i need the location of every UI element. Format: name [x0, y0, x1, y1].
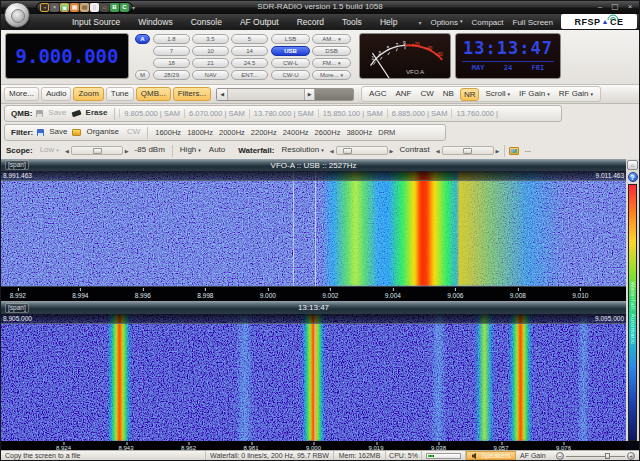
- memory-button[interactable]: M: [135, 70, 150, 80]
- toolbar-button[interactable]: Filters...: [173, 87, 211, 101]
- scope-high-dropdown[interactable]: High: [177, 144, 204, 157]
- band-button[interactable]: 18: [153, 58, 190, 68]
- slider-right-icon[interactable]: ▶: [495, 148, 501, 154]
- filter-width-button[interactable]: 2400Hz: [280, 128, 312, 137]
- screenshot-more-button[interactable]: ...: [521, 144, 534, 157]
- waterfall-resolution-dropdown[interactable]: Resolution: [278, 144, 326, 157]
- mode-button[interactable]: CW-L: [271, 58, 310, 68]
- band-button[interactable]: 14: [231, 46, 268, 56]
- qmb-save-button[interactable]: Save: [45, 107, 69, 120]
- slider-right-icon[interactable]: ▶: [389, 148, 395, 154]
- dsp-button[interactable]: NR: [460, 88, 480, 101]
- help-icon[interactable]: ?: [628, 172, 638, 182]
- waterfall-contrast-slider[interactable]: ◀ ▶: [435, 146, 501, 155]
- slider-left-icon[interactable]: ◀: [64, 148, 70, 154]
- band-button[interactable]: ENT...: [231, 70, 268, 80]
- customize-chevron-icon[interactable]: ▾: [418, 19, 421, 26]
- slider-thumb[interactable]: [463, 148, 472, 154]
- band-button[interactable]: 7: [153, 46, 190, 56]
- qmb-memory-button[interactable]: 13.760.000 |: [451, 109, 502, 118]
- compact-button[interactable]: Compact: [472, 18, 504, 27]
- band-button[interactable]: 21: [192, 58, 229, 68]
- frequency-display[interactable]: 9.000.000: [5, 33, 129, 79]
- af-gain-track[interactable]: [566, 452, 625, 460]
- af-gain-slider[interactable]: − +: [552, 451, 639, 460]
- tools-icon[interactable]: ×: [50, 3, 59, 12]
- screenshot-icon[interactable]: [509, 147, 519, 155]
- filter-organise-button[interactable]: Organise: [83, 126, 121, 139]
- menu-item[interactable]: Windows: [129, 17, 181, 27]
- maximize-button[interactable]: ▢: [610, 1, 620, 13]
- receiver-b-icon[interactable]: B: [110, 3, 119, 12]
- af-gain-plus-button[interactable]: +: [627, 452, 635, 460]
- toolbar-button[interactable]: QMB...: [136, 87, 171, 101]
- menu-item[interactable]: Tools: [333, 17, 371, 27]
- dsp-button[interactable]: RF Gain: [556, 88, 596, 101]
- filter-width-button[interactable]: 2200Hz: [248, 128, 280, 137]
- band-button[interactable]: 28/29: [153, 70, 190, 80]
- application-menu-orb[interactable]: [4, 2, 30, 28]
- toolbar-button[interactable]: Audio: [41, 87, 71, 101]
- slider-left-icon[interactable]: ◀: [435, 148, 441, 154]
- qmb-erase-button[interactable]: Erase: [83, 107, 111, 120]
- dsp-button[interactable]: IF Gain: [516, 88, 553, 101]
- scrollbar-track[interactable]: [228, 89, 304, 100]
- band-button[interactable]: 5: [231, 34, 268, 44]
- qmb-memory-button[interactable]: 6.885.000 | SAM: [387, 109, 452, 118]
- mode-button[interactable]: CW-U: [271, 70, 310, 80]
- slider-thumb[interactable]: [93, 148, 102, 154]
- full-screen-button[interactable]: Full Screen: [513, 18, 553, 27]
- scrollbar-thumb[interactable]: [315, 89, 353, 100]
- zoomed-frequency-scale[interactable]: 8.9928.9948.9968.9989.0009.0029.0049.006…: [1, 286, 626, 301]
- slider-left-icon[interactable]: ◀: [329, 148, 335, 154]
- span-header-2[interactable]: [span] 13:13:47: [1, 301, 626, 314]
- toolbar-button[interactable]: Tune: [106, 87, 134, 101]
- mode-button[interactable]: USB: [271, 46, 310, 56]
- scroll-right-icon[interactable]: ▶: [304, 89, 315, 100]
- tuning-scrollbar[interactable]: ◀ ▶: [216, 88, 354, 101]
- full-span-waterfall[interactable]: 8.905.000 9.095.000: [1, 314, 626, 441]
- filter-width-button[interactable]: 1800Hz: [184, 128, 216, 137]
- menu-item[interactable]: Console: [182, 17, 231, 27]
- menu-item[interactable]: AF Output: [231, 17, 288, 27]
- waterfall-resolution-slider[interactable]: ◀ ▶: [329, 146, 395, 155]
- filter-save-button[interactable]: Save: [46, 126, 70, 139]
- mode-button[interactable]: DSB: [312, 46, 351, 56]
- minimize-button[interactable]: –: [595, 1, 605, 13]
- dsp-button[interactable]: CW: [417, 88, 436, 101]
- filter-width-button[interactable]: 2600Hz: [312, 128, 344, 137]
- home-icon[interactable]: ⌂: [100, 3, 109, 12]
- filter-width-button[interactable]: 3800Hz: [343, 128, 375, 137]
- menu-item[interactable]: Input Source: [63, 17, 129, 27]
- scope-auto-button[interactable]: Auto: [206, 144, 228, 157]
- band-button[interactable]: NAV: [192, 70, 229, 80]
- mode-button[interactable]: AM...: [312, 34, 351, 44]
- scope-low-dropdown[interactable]: Low: [37, 144, 62, 157]
- document-icon[interactable]: ▯: [90, 3, 99, 12]
- contacts-icon[interactable]: ▤: [80, 3, 89, 12]
- qmb-memory-button[interactable]: 9.805.000 | SAM: [119, 109, 184, 118]
- mode-button[interactable]: More...: [312, 70, 351, 80]
- menu-item[interactable]: Record: [288, 17, 333, 27]
- timer-icon[interactable]: ◔: [40, 3, 49, 12]
- toolbar-button[interactable]: Zoom: [73, 87, 103, 101]
- qmb-memory-button[interactable]: 15.850.100 | SAM: [318, 109, 387, 118]
- scroll-left-icon[interactable]: ◀: [217, 89, 228, 100]
- filter-cw-button[interactable]: CW: [124, 126, 143, 139]
- zoomed-waterfall[interactable]: 8.991.463 9.011.463: [1, 171, 626, 286]
- scope-low-slider[interactable]: ◀ ▶: [64, 146, 130, 155]
- menu-item[interactable]: Help: [371, 17, 406, 27]
- qmb-memory-button[interactable]: 6.070.000 | SAM: [184, 109, 249, 118]
- vfo-a-button[interactable]: A: [135, 34, 150, 44]
- filter-width-button[interactable]: 1600Hz: [152, 128, 184, 137]
- close-button[interactable]: ×: [625, 1, 635, 13]
- toolbar-button[interactable]: More...: [4, 87, 39, 101]
- mode-button[interactable]: LSB: [271, 34, 310, 44]
- dsp-button[interactable]: NB: [440, 88, 457, 101]
- band-button[interactable]: 24.5: [231, 58, 268, 68]
- mode-button[interactable]: FM...: [312, 58, 351, 68]
- home-icon[interactable]: ⌂: [627, 160, 638, 170]
- display-icon[interactable]: ▣: [60, 3, 69, 12]
- slider-thumb[interactable]: [343, 148, 352, 154]
- dsp-button[interactable]: Scroll: [482, 88, 513, 101]
